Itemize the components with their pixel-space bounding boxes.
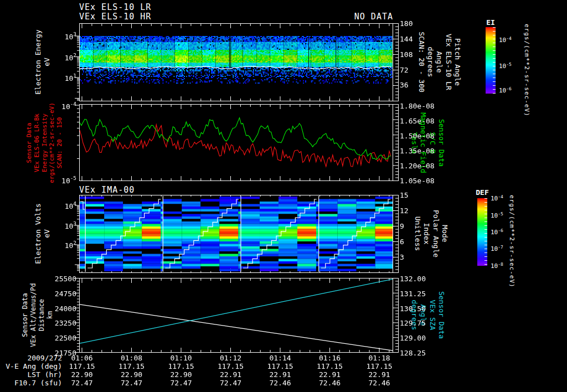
ephemeris-row-label: V-E Ang (deg): [0, 362, 62, 370]
ephemeris-value: 22.91: [368, 370, 390, 379]
ephemeris-value: 117.15: [317, 362, 343, 370]
panel2-right-tick: 1.65e-08: [400, 117, 435, 125]
panel4-right-tick: 132.00: [400, 275, 426, 283]
panel4-left-tick: 24750: [32, 290, 76, 298]
colorbar2-tick-label: 10-4: [491, 194, 503, 203]
colorbar2-tick-label: 10-8: [491, 262, 503, 270]
colorbar2-units: ergs/(cm**2-sr-sec-eV): [508, 195, 516, 288]
panel4-left-tick: 23250: [32, 319, 76, 327]
panel1-right-axis-label: Pitch Angle VEx ELS-10 LR Angle degrees …: [416, 32, 461, 92]
alt-sza-plot-canvas: [74, 278, 400, 353]
panel4-right-tick: 129.75: [400, 319, 426, 327]
panel2-right-tick: 1.20e-08: [400, 162, 435, 170]
colorbar2-tick-label: 10-6: [491, 228, 503, 236]
ephemeris-value: 72.47: [220, 379, 241, 387]
panel4-left-tick: 25500: [32, 275, 76, 283]
time-tick-label: 01:14: [269, 354, 291, 362]
panel1-left-tick: 102: [32, 52, 76, 61]
panel3-left-tick: 104: [32, 200, 76, 210]
ephemeris-row-label: F10.7 (sfu): [0, 379, 62, 387]
no-data-badge: NO DATA: [282, 12, 393, 22]
time-tick-label: 01:10: [170, 354, 192, 362]
panel2-left-tick: 10-5: [32, 175, 76, 184]
ephemeris-row-label: LST (hr): [0, 370, 62, 379]
panel3-right-axis-label: Mode Polar Angle Index Unitless: [413, 210, 449, 257]
ephemeris-value: 72.46: [368, 379, 390, 387]
panel4-right-tick: 130.50: [400, 305, 426, 313]
panel1-right-tick: 36: [400, 81, 409, 89]
panel1-right-tick: 144: [400, 35, 413, 43]
panel4-left-tick: 21750: [32, 349, 76, 357]
panel1-right-tick: 180: [400, 19, 413, 28]
ephemeris-value: 72.47: [170, 379, 192, 387]
colorbar1-ticks: [493, 27, 496, 94]
page-title-line2: VEx ELS-10 HR: [79, 12, 151, 22]
panel3-right-tick: 3: [400, 253, 404, 261]
ephemeris-value: 22.91: [319, 370, 341, 379]
colorbar1-tick-label: 10-6: [499, 86, 512, 95]
colorbar2-ticks: [484, 198, 487, 266]
ephemeris-value: 22.90: [71, 370, 92, 379]
panel2-right-tick: 1.35e-08: [400, 147, 435, 155]
ephemeris-value: 117.15: [69, 362, 95, 370]
panel3-right-tick: 6: [400, 238, 404, 246]
ephemeris-value: 117.15: [118, 362, 145, 370]
ephemeris-value: 117.15: [218, 362, 244, 370]
page-title-line1: VEx ELS-10 LR: [79, 2, 151, 12]
colorbar2: [477, 198, 487, 266]
time-tick-label: 01:16: [319, 354, 341, 362]
panel2-right-tick: 1.05e-08: [400, 177, 435, 185]
panel3-right-tick: 9: [400, 222, 404, 230]
panel1-right-tick: 108: [400, 50, 413, 59]
intensity-bfield-plot-canvas: [74, 104, 400, 181]
panel4-left-tick: 22500: [32, 334, 76, 342]
colorbar2-title: DEF: [476, 188, 488, 197]
ephemeris-value: 72.46: [269, 379, 291, 387]
els-pitch-spectrogram-canvas: [74, 23, 400, 101]
ephemeris-value: 22.90: [170, 370, 192, 379]
panel4-right-axis-label: Sensor Data VEx SZA Angle degrees: [410, 291, 446, 339]
panel4-right-tick: 129.00: [400, 334, 426, 342]
panel3-right-tick: 12: [400, 207, 409, 215]
panel4-left-tick: 24000: [32, 305, 76, 313]
colorbar1-tick-label: 10-5: [499, 62, 512, 70]
panel3-left-tick: 103: [32, 220, 76, 230]
panel1-right-tick: 72: [400, 66, 409, 74]
ima-spectrogram-canvas: [74, 195, 400, 273]
colorbar2-tick-label: 10-7: [491, 245, 503, 253]
time-tick-label: 01:06: [71, 354, 92, 362]
colorbar1-title: EI: [486, 18, 495, 27]
panel1-left-tick: 103: [32, 31, 76, 40]
time-tick-label: 01:12: [220, 354, 241, 362]
panel2-left-tick: 10-4: [32, 101, 76, 110]
ephemeris-value: 117.15: [267, 362, 293, 370]
colorbar2-tick-label: 10-5: [491, 212, 503, 220]
ephemeris-value: 22.91: [220, 370, 241, 379]
panel3-right-tick: 15: [400, 191, 409, 199]
colorbar1: [486, 27, 496, 94]
ephemeris-value: 22.90: [121, 370, 142, 379]
time-tick-label: 01:08: [121, 354, 142, 362]
panel3-left-tick: 102: [32, 240, 76, 249]
ephemeris-value: 117.15: [168, 362, 194, 370]
panel2-right-tick: 1.80e-08: [400, 102, 435, 110]
ephemeris-value: 72.47: [71, 379, 92, 387]
ephemeris-value: 72.47: [121, 379, 142, 387]
panel1-left-tick: 101: [32, 73, 76, 82]
colorbar1-tick-label: 10-4: [499, 36, 512, 44]
plot-screen: VEx ELS-10 LR VEx ELS-10 HR NO DATA VEx …: [0, 0, 567, 392]
ephemeris-value: 22.91: [269, 370, 291, 379]
colorbar1-units: ergs/(cm**2-sr-sec-eV): [523, 24, 530, 117]
panel3-left-axis-label: Electron Volts eV: [34, 203, 52, 264]
panel3-title: VEx IMA-00: [79, 185, 135, 195]
panel2-left-axis-label: Sensor Data VEx ELS-06 LR-Bk Energy Inte…: [25, 102, 64, 183]
ephemeris-value: 117.15: [367, 362, 393, 370]
ephemeris-value: 72.46: [319, 379, 341, 387]
panel2-right-tick: 1.50e-08: [400, 132, 435, 140]
time-tick-label: 01:18: [368, 354, 390, 362]
panel4-right-tick: 128.25: [400, 349, 426, 357]
panel4-right-tick: 131.25: [400, 290, 426, 298]
